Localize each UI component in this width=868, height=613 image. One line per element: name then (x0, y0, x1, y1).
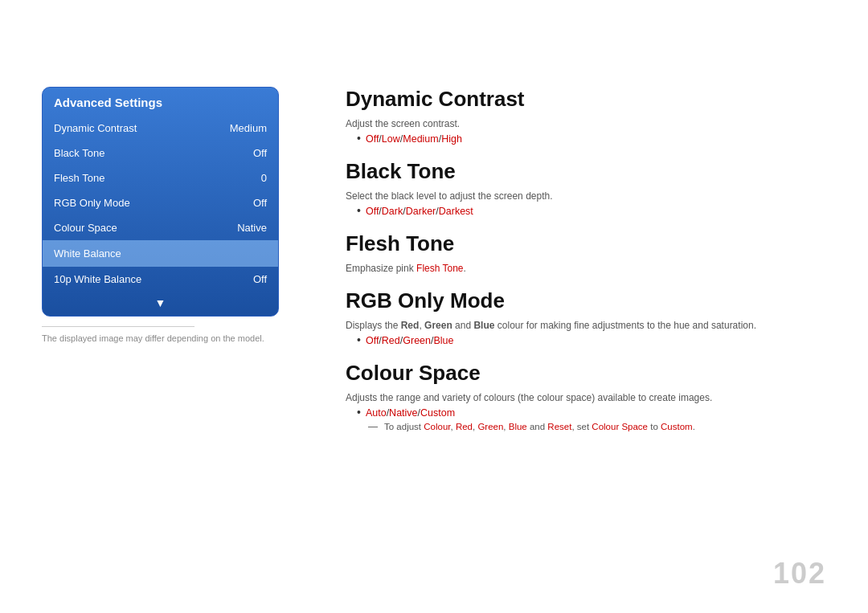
black-tone-value: Off (253, 147, 267, 159)
sn-colour: Colour (424, 422, 450, 431)
rgb-red-opt: Red (382, 335, 400, 346)
black-tone-title: Black Tone (346, 159, 836, 184)
rgb-green-opt: Green (403, 335, 431, 346)
rgb-only-mode-options: • Off / Red / Green / Blue (357, 334, 836, 346)
bullet-dot: • (357, 133, 361, 144)
menu-box: Advanced Settings Dynamic Contrast Mediu… (42, 87, 279, 317)
em-dash: — (368, 421, 378, 432)
black-tone-desc: Select the black level to adjust the scr… (346, 190, 836, 202)
section-colour-space: Colour Space Adjusts the range and varie… (346, 361, 836, 432)
black-tone-label: Black Tone (54, 147, 104, 159)
dc-off: Off (366, 133, 379, 145)
dc-high: High (441, 133, 462, 145)
10p-white-balance-label: 10p White Balance (54, 273, 141, 285)
menu-item-flesh-tone[interactable]: Flesh Tone 0 (43, 166, 278, 190)
bt-darker: Darker (406, 206, 436, 217)
colour-space-subnote: — To adjust Colour, Red, Green, Blue and… (368, 421, 836, 432)
dc-low: Low (382, 133, 400, 145)
dynamic-contrast-options: • Off / Low / Medium / High (357, 133, 836, 145)
bullet-dot-3: • (357, 334, 361, 345)
black-tone-options: • Off / Dark / Darker / Darkest (357, 205, 836, 217)
cs-custom: Custom (420, 407, 455, 419)
dynamic-contrast-desc: Adjust the screen contrast. (346, 118, 836, 129)
rgb-only-mode-value: Off (253, 197, 267, 209)
page-number: 102 (773, 557, 826, 591)
note-text: The displayed image may differ depending… (42, 333, 279, 343)
section-black-tone: Black Tone Select the black level to adj… (346, 159, 836, 217)
rgb-only-mode-desc: Displays the Red, Green and Blue colour … (346, 320, 836, 331)
flesh-tone-desc: Emphasize pink Flesh Tone. (346, 263, 836, 274)
rgb-only-mode-title: RGB Only Mode (346, 288, 836, 313)
sn-custom: Custom (661, 422, 693, 431)
sn-green: Green (477, 422, 503, 431)
cs-auto: Auto (366, 407, 387, 419)
cs-native: Native (389, 407, 417, 419)
menu-item-black-tone[interactable]: Black Tone Off (43, 141, 278, 166)
section-dynamic-contrast: Dynamic Contrast Adjust the screen contr… (346, 87, 836, 145)
sn-cs: Colour Space (592, 422, 648, 431)
section-rgb-only-mode: RGB Only Mode Displays the Red, Green an… (346, 288, 836, 346)
colour-space-value: Native (237, 222, 267, 234)
colour-space-label: Colour Space (54, 222, 117, 234)
menu-item-colour-space[interactable]: Colour Space Native (43, 215, 278, 240)
bt-dark: Dark (382, 206, 403, 217)
menu-title: Advanced Settings (43, 88, 278, 116)
section-flesh-tone: Flesh Tone Emphasize pink Flesh Tone. (346, 231, 836, 274)
dc-medium: Medium (403, 133, 438, 145)
sn-red: Red (456, 422, 473, 431)
rgb-off: Off (366, 335, 379, 346)
colour-space-options: • Auto / Native / Custom (357, 407, 836, 419)
menu-item-10p-white-balance[interactable]: 10p White Balance Off (43, 267, 278, 292)
sn-blue: Blue (509, 422, 527, 431)
dynamic-contrast-title: Dynamic Contrast (346, 87, 836, 112)
flesh-tone-label: Flesh Tone (54, 172, 104, 184)
white-balance-label: White Balance (54, 247, 121, 260)
colour-space-title: Colour Space (346, 361, 836, 386)
rgb-only-mode-label: RGB Only Mode (54, 197, 130, 209)
bullet-dot-4: • (357, 407, 361, 418)
rgb-blue-opt: Blue (434, 335, 454, 346)
left-panel: Advanced Settings Dynamic Contrast Mediu… (42, 87, 279, 343)
flesh-tone-inline: Flesh Tone (416, 263, 463, 274)
bt-darkest: Darkest (439, 206, 473, 217)
menu-item-dynamic-contrast[interactable]: Dynamic Contrast Medium (43, 116, 278, 141)
right-content: Dynamic Contrast Adjust the screen contr… (346, 87, 836, 432)
dynamic-contrast-value: Medium (230, 122, 267, 134)
divider (42, 326, 194, 327)
menu-arrow[interactable]: ▼ (43, 292, 278, 316)
menu-item-white-balance[interactable]: White Balance (43, 240, 278, 267)
sn-reset: Reset (547, 422, 571, 431)
dynamic-contrast-label: Dynamic Contrast (54, 122, 137, 134)
bullet-dot-2: • (357, 205, 361, 216)
flesh-tone-title: Flesh Tone (346, 231, 836, 256)
rgb-red: Red (401, 320, 420, 331)
10p-white-balance-value: Off (253, 273, 267, 285)
subnote-text: To adjust Colour, Red, Green, Blue and R… (384, 422, 695, 431)
rgb-blue: Blue (473, 320, 494, 331)
flesh-tone-value: 0 (261, 172, 267, 184)
menu-item-rgb-only-mode[interactable]: RGB Only Mode Off (43, 190, 278, 215)
bt-off: Off (366, 206, 379, 217)
rgb-green: Green (424, 320, 452, 331)
colour-space-desc: Adjusts the range and variety of colours… (346, 392, 836, 403)
